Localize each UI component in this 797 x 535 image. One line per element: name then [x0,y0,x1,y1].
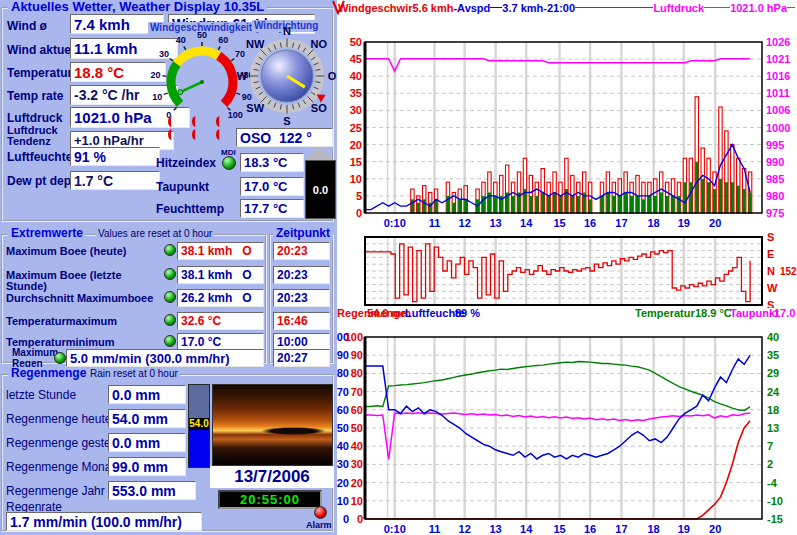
svg-text:19: 19 [678,523,690,535]
svg-text:10: 10 [152,92,162,102]
wind-direction-compass[interactable]: NNOOSOSSWWNW [237,26,337,132]
svg-text:35: 35 [350,87,362,99]
svg-text:13: 13 [489,217,501,229]
rain-drop-icon [168,116,176,127]
svg-text:50: 50 [351,422,363,434]
svg-text:30: 30 [351,458,363,470]
extreme-row-value: 5.0 mm/min (300.0 mm/hr) [66,349,264,367]
extreme-row-value: 38.1 kmh O [177,266,264,284]
svg-text:-4: -4 [767,477,778,489]
svg-text:90: 90 [351,349,363,361]
legend-dew-value: 17.0 [774,307,795,319]
alarm-label: Alarm [306,520,332,531]
extreme-row-led [54,352,66,364]
svg-text:17: 17 [615,523,627,535]
svg-text:70: 70 [337,386,349,398]
dewpoint-value: 17.0 °C [240,177,304,196]
dewpoint-depression-label: Dew pt depr. [7,175,78,188]
svg-text:975: 975 [766,207,784,219]
svg-text:25: 25 [350,122,362,134]
svg-text:N: N [767,265,775,277]
temp-humidity-rain-chart[interactable]: 1001009090808070706060505040403030202010… [337,322,797,535]
svg-text:20: 20 [350,139,362,151]
svg-text:14: 14 [520,217,533,229]
svg-text:18: 18 [647,523,659,535]
svg-text:45: 45 [350,53,362,65]
svg-text:985: 985 [766,173,784,185]
svg-text:12: 12 [459,217,471,229]
svg-text:11: 11 [429,217,441,229]
svg-text:-10: -10 [767,495,783,507]
svg-text:E: E [767,248,774,260]
svg-text:152: 152 [780,266,797,277]
svg-text:29: 29 [767,367,779,379]
svg-text:15: 15 [553,217,565,229]
extreme-row-label: Maximum Boee (heute) [6,246,126,257]
temp-rate-label: Temp rate [7,90,63,103]
svg-text:90: 90 [337,349,349,361]
extremes-title: Extremwerte [8,227,86,240]
svg-text:16: 16 [584,217,596,229]
svg-text:20: 20 [151,70,161,80]
times-title: Zeitpunkt [273,227,333,240]
rain-row-value: 553.0 mm [108,481,196,500]
svg-text:0: 0 [357,513,363,525]
svg-text:990: 990 [766,156,784,168]
wind-pressure-chart[interactable]: 5045403530252015105010261021101610111006… [337,0,797,232]
svg-text:40: 40 [351,440,363,452]
svg-text:-15: -15 [767,513,783,525]
svg-text:SO: SO [311,102,327,114]
svg-text:1021: 1021 [766,53,790,65]
svg-text:30: 30 [350,104,362,116]
svg-text:80: 80 [351,367,363,379]
dewpoint-depression-value: 1.7 °C [70,171,160,190]
svg-text:30: 30 [159,49,169,59]
svg-text:40: 40 [767,331,779,343]
svg-text:NW: NW [246,38,265,50]
svg-text:18: 18 [767,404,779,416]
svg-text:0:10: 0:10 [384,523,406,535]
weather-display-window: Aktuelles Wetter, Weather Display 10.35L… [0,0,797,535]
rain-row-value: 0.0 mm [108,433,186,452]
rain-drop-icon [168,129,176,140]
extreme-row-time: 20:23 [273,242,330,260]
svg-text:W: W [767,282,778,294]
svg-text:995: 995 [766,139,784,151]
svg-text:50: 50 [197,30,207,40]
wind-avg-label: Wind ø [7,20,47,33]
svg-text:60: 60 [337,404,349,416]
pressure-trend-label: Luftdruck Tendenz [7,125,65,147]
heat-index-led [222,156,236,170]
extreme-row-led [164,335,176,347]
svg-text:12: 12 [459,523,471,535]
left-panel: Aktuelles Wetter, Weather Display 10.35L… [0,0,337,535]
svg-text:980: 980 [766,190,784,202]
extreme-row-value: 38.1 kmh O [177,242,264,260]
svg-text:10: 10 [350,173,362,185]
extreme-row-label: Durchschnitt Maximumboee [6,293,153,304]
extreme-row-led [164,291,176,303]
rain-drop-icon [216,129,224,140]
humidity-value: 91 % [70,147,160,166]
rain-drops-indicator [160,116,232,140]
rain-row-value: 54.0 mm [108,409,186,428]
rain-row-label: Regenmenge Jahr [6,485,105,498]
extreme-row-led [164,244,176,256]
svg-text:10: 10 [351,495,363,507]
webcam-sunset-image[interactable] [212,384,333,466]
legend-humidity-value: 89 % [455,307,480,319]
wind-direction-reading: OSO 122 ° [236,128,333,147]
humidity-label: Luftfeuchte [7,151,72,164]
svg-text:1006: 1006 [766,104,790,116]
temperature-label: Temperatur [7,67,72,80]
rain-row-label: Regenmenge Monat [6,461,115,474]
svg-text:O: O [328,70,337,82]
svg-text:1016: 1016 [766,70,790,82]
wind-direction-chart[interactable]: SENWS152 [337,232,797,308]
svg-text:100: 100 [345,331,363,343]
svg-text:S: S [283,115,290,127]
svg-text:11: 11 [429,523,441,535]
svg-text:S: S [767,232,774,243]
extreme-row-time: 16:46 [273,312,330,330]
svg-text:13: 13 [489,523,501,535]
